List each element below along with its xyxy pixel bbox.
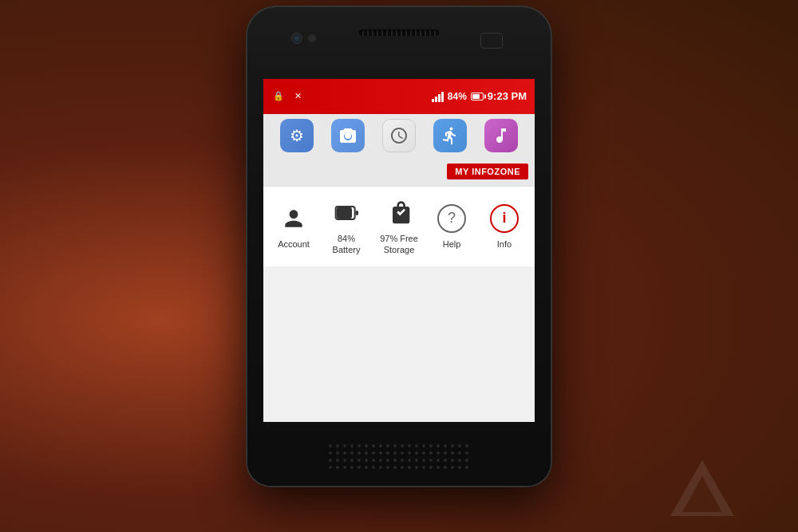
info-icons-row: Account 84%Battery (263, 186, 535, 267)
speaker-dot (336, 459, 339, 462)
account-item[interactable]: Account (272, 203, 316, 250)
speaker-dot (429, 466, 433, 469)
battery-label: 84%Battery (333, 233, 361, 256)
speaker-dot (422, 466, 425, 469)
speaker-dot (451, 444, 454, 447)
speaker-dot (465, 451, 468, 455)
speaker-dot (386, 444, 389, 447)
speaker-dot (372, 466, 375, 469)
speaker-dot (329, 444, 332, 447)
front-camera-2 (308, 34, 316, 42)
speaker-dot (444, 451, 447, 455)
speaker-dot (358, 459, 361, 462)
speaker-dot (429, 459, 433, 462)
status-bar-right: 84% 9:23 PM (432, 90, 527, 102)
lock-icons: 🔒 ✕ (271, 89, 305, 104)
speaker-dot (465, 459, 468, 462)
speaker-dot (401, 466, 404, 469)
time-display: 9:23 PM (488, 90, 527, 102)
status-bar: 🔒 ✕ 84% (263, 79, 535, 114)
speaker-dot (422, 459, 425, 462)
speaker-dot (429, 451, 433, 455)
speaker-dot (393, 444, 397, 447)
battery-percent-text: 84% (448, 91, 467, 102)
settings-app-icon[interactable]: ⚙ (280, 119, 314, 152)
speaker-dot (458, 451, 461, 455)
svg-point-0 (345, 132, 351, 139)
help-icon: ? (437, 203, 467, 234)
phone-screen: 🔒 ✕ 84% (263, 79, 535, 422)
speaker-dot (437, 459, 440, 462)
speaker-dot (401, 444, 404, 447)
speaker-dot (444, 459, 447, 462)
proximity-sensor (480, 33, 503, 49)
battery-fill (472, 94, 480, 99)
speaker-dot (458, 459, 461, 462)
speaker-dot (458, 466, 461, 469)
speaker-dot (401, 459, 404, 462)
info-icon: i (489, 203, 519, 234)
speaker-dots (329, 444, 470, 471)
signal-bar-3 (438, 94, 440, 102)
info-item[interactable]: i Info (483, 203, 527, 250)
camera-app-icon[interactable] (331, 119, 365, 152)
speaker-dot (336, 451, 339, 455)
speaker-dot (393, 466, 397, 469)
speaker-dot (437, 444, 440, 447)
speaker-dot (350, 466, 354, 469)
speaker-dot (379, 444, 382, 447)
speaker-dot (451, 459, 454, 462)
signal-bar-4 (441, 92, 444, 102)
speaker-dot (343, 451, 346, 455)
speaker-dot (437, 466, 440, 469)
speaker-dot (386, 459, 389, 462)
phone-bottom-speaker (247, 430, 551, 486)
speaker-grille (359, 30, 439, 36)
help-item[interactable]: ? Help (430, 203, 474, 250)
battery-icon (471, 93, 484, 100)
fitness-app-icon[interactable] (433, 119, 467, 152)
speaker-dot (379, 459, 382, 462)
speaker-dot (329, 451, 332, 455)
info-label: Info (497, 238, 512, 250)
speaker-dot (350, 459, 354, 462)
speaker-dot (336, 444, 339, 447)
close-icon: ✕ (290, 89, 305, 104)
account-label: Account (278, 238, 310, 250)
speaker-dot (401, 451, 404, 455)
battery-item[interactable]: 84%Battery (325, 198, 369, 256)
svg-rect-3 (338, 208, 351, 218)
speaker-dot (437, 451, 440, 455)
speaker-dot (465, 466, 468, 469)
speaker-dot (350, 444, 354, 447)
speaker-dot (358, 444, 361, 447)
speaker-dot (350, 451, 354, 455)
speaker-dot (415, 451, 418, 455)
speaker-dot (372, 444, 375, 447)
speaker-dot (358, 466, 361, 469)
speaker-dot (372, 459, 375, 462)
signal-bar-1 (432, 99, 434, 102)
speaker-dot (458, 444, 461, 447)
storage-icon (384, 198, 414, 228)
speaker-dot (343, 466, 346, 469)
speaker-dot (408, 459, 411, 462)
speaker-dot (343, 459, 346, 462)
speaker-dot (365, 451, 368, 455)
storage-item[interactable]: 97% FreeStorage (377, 198, 421, 256)
storage-label: 97% FreeStorage (380, 233, 418, 256)
signal-bars (432, 91, 444, 102)
battery-status (471, 93, 484, 100)
signal-bar-2 (435, 97, 437, 102)
front-camera (291, 33, 302, 44)
speaker-dot (415, 444, 418, 447)
phone-wrapper: 🔒 ✕ 84% (231, 7, 567, 526)
music-app-icon[interactable] (484, 119, 518, 152)
speaker-dot (386, 466, 389, 469)
speaker-dot (393, 451, 397, 455)
clock-app-icon[interactable] (382, 119, 416, 152)
lock-icon: 🔒 (271, 89, 286, 104)
speaker-dot (408, 444, 411, 447)
speaker-dot (386, 451, 389, 455)
help-circle: ? (437, 204, 466, 233)
